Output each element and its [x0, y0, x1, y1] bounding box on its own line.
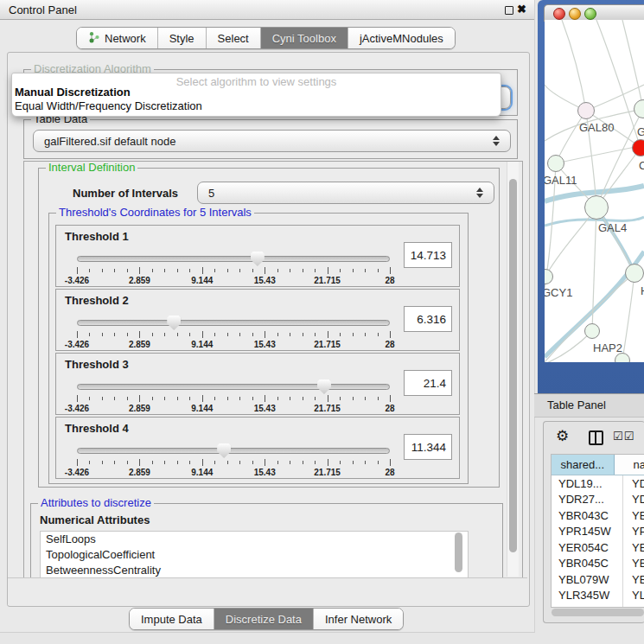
- tick-mark: [139, 459, 140, 466]
- tab-discretize-data[interactable]: Discretize Data: [214, 609, 314, 629]
- tab-cyni-toolbox[interactable]: Cyni Toolbox: [261, 28, 348, 48]
- tab-label: Style: [169, 32, 194, 45]
- slider-handle[interactable]: [251, 252, 265, 266]
- network-node-gal80[interactable]: [577, 102, 595, 119]
- tick-mark: [202, 459, 203, 466]
- slider-handle[interactable]: [167, 316, 181, 330]
- tick-mark: [189, 333, 190, 336]
- traffic-light-close-icon[interactable]: [553, 8, 565, 20]
- tick-mark: [265, 331, 265, 338]
- network-node-label: C: [639, 159, 644, 172]
- tick-mark: [303, 269, 303, 272]
- tick-mark: [177, 333, 178, 336]
- tab-label: jActiveMNodules: [360, 32, 443, 45]
- number-of-intervals-spinner[interactable]: 5: [197, 182, 494, 204]
- tab-jactivemnodules[interactable]: jActiveMNodules: [348, 28, 455, 48]
- popup-item-equal-width-frequency[interactable]: Equal Width/Frequency Discretization: [15, 99, 202, 112]
- traffic-light-zoom-icon[interactable]: [584, 8, 596, 20]
- close-icon[interactable]: ✖: [517, 3, 526, 16]
- table-data-combobox[interactable]: galFiltered.sif default node: [33, 130, 511, 152]
- network-node-hap2[interactable]: [584, 323, 600, 339]
- axis-tick-label: -3.426: [65, 340, 89, 349]
- thresholds-title: Threshold's Coordinates for 5 Intervals: [56, 207, 254, 219]
- threshold-value-field[interactable]: 6.316: [404, 306, 452, 332]
- slider-ticks: [77, 395, 390, 403]
- table-row[interactable]: YDR27...YDR2: [552, 492, 644, 508]
- axis-tick-label: 15.43: [254, 276, 276, 285]
- table-row[interactable]: YBR045CYBR0: [552, 556, 644, 572]
- popup-item-manual-discretization[interactable]: Manual Discretization: [15, 86, 131, 99]
- attribute-item-topologicalcoefficient[interactable]: TopologicalCoefficient: [41, 547, 468, 563]
- list-scrollbar-thumb[interactable]: [455, 532, 462, 572]
- cell-shared-name: YBR045C: [552, 557, 622, 570]
- threshold-value-field[interactable]: 14.713: [404, 242, 452, 268]
- network-node-label: H: [641, 284, 644, 297]
- traffic-light-minimize-icon[interactable]: [569, 8, 581, 20]
- tick-mark: [227, 269, 228, 272]
- tick-mark: [164, 269, 165, 272]
- threshold-value-field[interactable]: 11.344: [404, 434, 452, 460]
- network-window-titlebar: [544, 4, 644, 22]
- table-row[interactable]: YIL052CYIL0: [552, 603, 644, 608]
- network-node-h[interactable]: [625, 264, 644, 283]
- slider-handle[interactable]: [317, 379, 331, 394]
- network-node[interactable]: [615, 353, 630, 362]
- network-node-gal4[interactable]: [584, 195, 609, 220]
- horizontal-scrollbar-thumb[interactable]: [552, 609, 644, 616]
- network-node-gal11[interactable]: [547, 155, 564, 172]
- threshold-slider[interactable]: -3.4262.8599.14415.4321.71528: [77, 442, 390, 476]
- network-canvas[interactable]: GAL80GCGAL11GAL4GCY1HHAP2: [545, 20, 644, 362]
- attribute-item-betweennesscentrality[interactable]: BetweennessCentrality: [41, 563, 468, 578]
- threshold-slider[interactable]: -3.4262.8599.14415.4321.71528: [77, 378, 390, 412]
- vertical-scrollbar[interactable]: [507, 162, 519, 577]
- attribute-item-selfloops[interactable]: SelfLoops: [41, 532, 468, 547]
- tick-mark: [303, 461, 303, 464]
- table-row[interactable]: YBR043CYBR0: [552, 507, 644, 524]
- checkbox-columns-icon[interactable]: ☑☑: [613, 430, 634, 443]
- tick-mark: [177, 269, 178, 272]
- slider-handle[interactable]: [217, 443, 231, 458]
- slider-ticks: [77, 459, 390, 467]
- column-header-name[interactable]: na: [615, 455, 644, 475]
- network-node-c[interactable]: [632, 139, 644, 156]
- tick-mark: [164, 461, 165, 464]
- axis-tick-label: 15.43: [254, 468, 276, 477]
- column-header-shared-name[interactable]: shared...: [552, 455, 615, 475]
- tick-mark: [315, 269, 316, 272]
- table-row[interactable]: YBL079WYBL0: [552, 571, 644, 588]
- tick-mark: [214, 461, 215, 464]
- tick-mark: [189, 461, 190, 464]
- tick-mark: [365, 333, 366, 336]
- tick-mark: [290, 397, 290, 400]
- numerical-attributes-list[interactable]: SelfLoopsTopologicalCoefficientBetweenne…: [40, 531, 469, 578]
- tab-style[interactable]: Style: [158, 28, 207, 48]
- table-row[interactable]: YPR145WYPR1: [552, 524, 644, 540]
- tab-infer-network[interactable]: Infer Network: [314, 609, 403, 629]
- threshold-value-field[interactable]: 21.4: [404, 370, 452, 396]
- split-columns-icon[interactable]: [589, 430, 603, 445]
- tick-mark: [265, 395, 265, 402]
- tick-mark: [315, 461, 316, 464]
- tick-mark: [390, 267, 391, 274]
- tick-mark: [114, 397, 115, 400]
- tick-mark: [353, 397, 354, 400]
- tab-network[interactable]: Network: [77, 28, 158, 48]
- float-window-icon[interactable]: [505, 6, 513, 15]
- scrollbar-thumb[interactable]: [509, 179, 517, 552]
- tick-mark: [227, 333, 228, 336]
- gear-icon[interactable]: ⚙: [556, 427, 569, 445]
- tick-mark: [277, 461, 278, 464]
- axis-tick-labels: -3.4262.8599.14415.4321.71528: [77, 340, 390, 350]
- table-row[interactable]: YLR345WYLR3: [552, 588, 644, 604]
- threshold-slider[interactable]: -3.4262.8599.14415.4321.71528: [77, 314, 390, 348]
- tick-mark: [328, 331, 328, 338]
- axis-tick-label: 15.43: [254, 404, 276, 413]
- table-row[interactable]: YER054CYER0: [552, 539, 644, 556]
- tab-impute-data[interactable]: Impute Data: [130, 609, 214, 629]
- table-panel-header: Table Panel: [534, 393, 644, 418]
- threshold-label: Threshold 2: [65, 294, 129, 307]
- tab-select[interactable]: Select: [207, 28, 261, 48]
- table-row[interactable]: YDL19...YDL1: [552, 475, 644, 492]
- threshold-slider[interactable]: -3.4262.8599.14415.4321.71528: [77, 250, 390, 284]
- cell-name: YPR1: [622, 524, 644, 540]
